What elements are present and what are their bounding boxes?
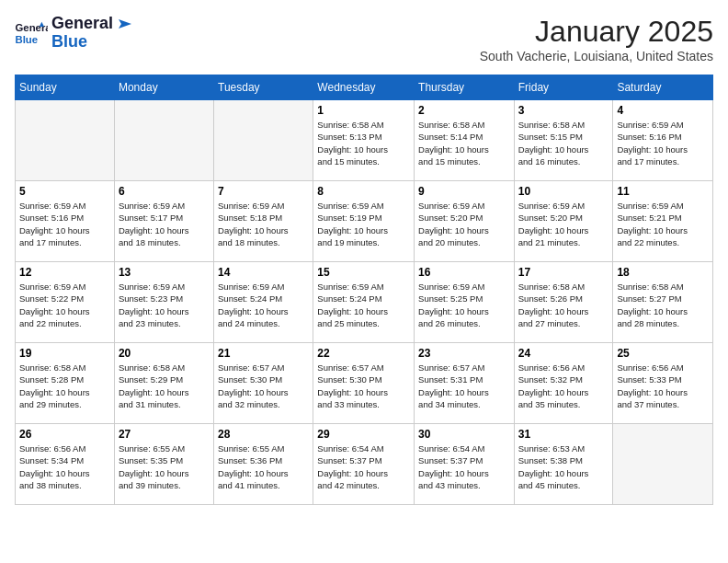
day-info: Sunrise: 6:58 AMSunset: 5:28 PMDaylight:…	[19, 362, 110, 410]
day-info: Sunrise: 6:59 AMSunset: 5:24 PMDaylight:…	[218, 281, 309, 329]
table-row: 12Sunrise: 6:59 AMSunset: 5:22 PMDayligh…	[16, 262, 115, 343]
table-row: 19Sunrise: 6:58 AMSunset: 5:28 PMDayligh…	[16, 343, 115, 424]
day-number: 2	[418, 104, 510, 117]
day-number: 11	[617, 185, 709, 198]
day-info: Sunrise: 6:59 AMSunset: 5:18 PMDaylight:…	[218, 200, 309, 248]
day-number: 13	[119, 266, 210, 279]
table-row	[214, 100, 313, 181]
day-number: 24	[518, 347, 609, 360]
logo-general: General	[51, 15, 131, 33]
logo: General Blue General Blue	[15, 15, 131, 52]
day-number: 19	[19, 347, 110, 360]
table-row: 9Sunrise: 6:59 AMSunset: 5:20 PMDaylight…	[415, 181, 515, 262]
day-info: Sunrise: 6:56 AMSunset: 5:34 PMDaylight:…	[19, 442, 110, 491]
day-info: Sunrise: 6:58 AMSunset: 5:27 PMDaylight:…	[617, 281, 709, 329]
header-monday: Monday	[114, 75, 213, 100]
logo-blue: Blue	[51, 33, 131, 52]
day-info: Sunrise: 6:54 AMSunset: 5:37 PMDaylight:…	[317, 442, 410, 491]
day-info: Sunrise: 6:57 AMSunset: 5:30 PMDaylight:…	[218, 362, 309, 410]
table-row: 5Sunrise: 6:59 AMSunset: 5:16 PMDaylight…	[16, 181, 115, 262]
day-number: 16	[418, 266, 510, 279]
header-sunday: Sunday	[16, 75, 115, 100]
day-info: Sunrise: 6:59 AMSunset: 5:20 PMDaylight:…	[518, 200, 609, 248]
day-number: 7	[218, 185, 309, 198]
table-row: 28Sunrise: 6:55 AMSunset: 5:36 PMDayligh…	[214, 424, 313, 505]
table-row	[114, 100, 213, 181]
table-row: 15Sunrise: 6:59 AMSunset: 5:24 PMDayligh…	[313, 262, 415, 343]
day-info: Sunrise: 6:59 AMSunset: 5:16 PMDaylight:…	[617, 119, 709, 167]
logo-arrow-icon	[115, 17, 131, 30]
header: General Blue General Blue January 2025 S…	[15, 15, 713, 63]
header-thursday: Thursday	[415, 75, 515, 100]
header-wednesday: Wednesday	[313, 75, 415, 100]
calendar-week-3: 12Sunrise: 6:59 AMSunset: 5:22 PMDayligh…	[16, 262, 713, 343]
title-section: January 2025 South Vacherie, Louisiana, …	[480, 15, 713, 63]
calendar-week-1: 1Sunrise: 6:58 AMSunset: 5:13 PMDaylight…	[16, 100, 713, 181]
day-info: Sunrise: 6:59 AMSunset: 5:24 PMDaylight:…	[317, 281, 410, 329]
table-row: 10Sunrise: 6:59 AMSunset: 5:20 PMDayligh…	[514, 181, 613, 262]
logo-icon: General Blue	[15, 20, 48, 46]
day-info: Sunrise: 6:56 AMSunset: 5:33 PMDaylight:…	[617, 362, 709, 410]
day-number: 9	[418, 185, 510, 198]
table-row: 16Sunrise: 6:59 AMSunset: 5:25 PMDayligh…	[415, 262, 515, 343]
day-info: Sunrise: 6:59 AMSunset: 5:23 PMDaylight:…	[119, 281, 210, 329]
svg-text:Blue: Blue	[16, 33, 39, 44]
calendar-week-4: 19Sunrise: 6:58 AMSunset: 5:28 PMDayligh…	[16, 343, 713, 424]
table-row: 23Sunrise: 6:57 AMSunset: 5:31 PMDayligh…	[415, 343, 515, 424]
header-saturday: Saturday	[613, 75, 713, 100]
table-row: 27Sunrise: 6:55 AMSunset: 5:35 PMDayligh…	[114, 424, 213, 505]
day-number: 12	[19, 266, 110, 279]
day-info: Sunrise: 6:54 AMSunset: 5:37 PMDaylight:…	[418, 442, 510, 491]
main-container: General Blue General Blue January 2025 S…	[0, 0, 728, 512]
day-info: Sunrise: 6:53 AMSunset: 5:38 PMDaylight:…	[518, 442, 609, 491]
day-info: Sunrise: 6:55 AMSunset: 5:36 PMDaylight:…	[218, 442, 309, 491]
table-row	[613, 424, 713, 505]
calendar-week-5: 26Sunrise: 6:56 AMSunset: 5:34 PMDayligh…	[16, 424, 713, 505]
day-number: 22	[317, 347, 410, 360]
calendar-body: 1Sunrise: 6:58 AMSunset: 5:13 PMDaylight…	[16, 100, 713, 505]
day-number: 10	[518, 185, 609, 198]
table-row: 24Sunrise: 6:56 AMSunset: 5:32 PMDayligh…	[514, 343, 613, 424]
table-row: 26Sunrise: 6:56 AMSunset: 5:34 PMDayligh…	[16, 424, 115, 505]
day-number: 23	[418, 347, 510, 360]
day-number: 8	[317, 185, 410, 198]
table-row: 25Sunrise: 6:56 AMSunset: 5:33 PMDayligh…	[613, 343, 713, 424]
svg-marker-3	[119, 19, 131, 29]
table-row: 14Sunrise: 6:59 AMSunset: 5:24 PMDayligh…	[214, 262, 313, 343]
day-number: 27	[119, 428, 210, 441]
weekday-header-row: Sunday Monday Tuesday Wednesday Thursday…	[16, 75, 713, 100]
table-row	[16, 100, 115, 181]
day-info: Sunrise: 6:58 AMSunset: 5:26 PMDaylight:…	[518, 281, 609, 329]
day-info: Sunrise: 6:59 AMSunset: 5:20 PMDaylight:…	[418, 200, 510, 248]
table-row: 1Sunrise: 6:58 AMSunset: 5:13 PMDaylight…	[313, 100, 415, 181]
day-info: Sunrise: 6:58 AMSunset: 5:15 PMDaylight:…	[518, 119, 609, 167]
day-info: Sunrise: 6:55 AMSunset: 5:35 PMDaylight:…	[119, 442, 210, 491]
header-tuesday: Tuesday	[214, 75, 313, 100]
day-number: 17	[518, 266, 609, 279]
day-number: 25	[617, 347, 709, 360]
day-number: 5	[19, 185, 110, 198]
table-row: 6Sunrise: 6:59 AMSunset: 5:17 PMDaylight…	[114, 181, 213, 262]
table-row: 31Sunrise: 6:53 AMSunset: 5:38 PMDayligh…	[514, 424, 613, 505]
day-info: Sunrise: 6:59 AMSunset: 5:16 PMDaylight:…	[19, 200, 110, 248]
table-row: 4Sunrise: 6:59 AMSunset: 5:16 PMDaylight…	[613, 100, 713, 181]
table-row: 13Sunrise: 6:59 AMSunset: 5:23 PMDayligh…	[114, 262, 213, 343]
day-number: 30	[418, 428, 510, 441]
day-info: Sunrise: 6:58 AMSunset: 5:13 PMDaylight:…	[317, 119, 410, 167]
day-number: 14	[218, 266, 309, 279]
table-row: 11Sunrise: 6:59 AMSunset: 5:21 PMDayligh…	[613, 181, 713, 262]
day-number: 20	[119, 347, 210, 360]
day-info: Sunrise: 6:56 AMSunset: 5:32 PMDaylight:…	[518, 362, 609, 410]
calendar-table: Sunday Monday Tuesday Wednesday Thursday…	[15, 75, 713, 505]
day-info: Sunrise: 6:59 AMSunset: 5:22 PMDaylight:…	[19, 281, 110, 329]
day-number: 3	[518, 104, 609, 117]
day-number: 4	[617, 104, 709, 117]
table-row: 21Sunrise: 6:57 AMSunset: 5:30 PMDayligh…	[214, 343, 313, 424]
header-friday: Friday	[514, 75, 613, 100]
day-info: Sunrise: 6:59 AMSunset: 5:19 PMDaylight:…	[317, 200, 410, 248]
table-row: 22Sunrise: 6:57 AMSunset: 5:30 PMDayligh…	[313, 343, 415, 424]
month-title: January 2025	[480, 15, 713, 49]
table-row: 29Sunrise: 6:54 AMSunset: 5:37 PMDayligh…	[313, 424, 415, 505]
day-number: 26	[19, 428, 110, 441]
day-number: 1	[317, 104, 410, 117]
